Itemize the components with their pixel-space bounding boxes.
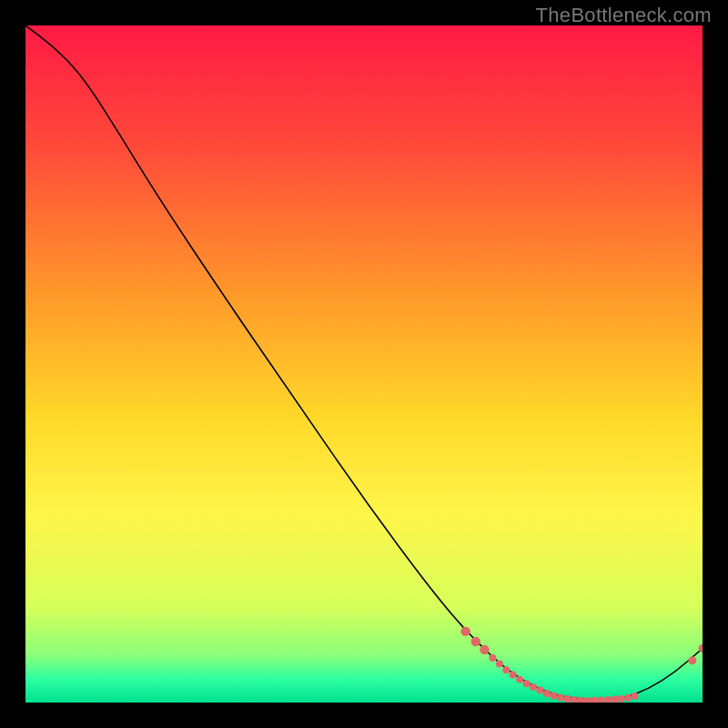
marker-dot xyxy=(489,654,496,662)
marker-dot xyxy=(618,695,625,703)
marker-dot xyxy=(516,676,523,683)
marker-dot xyxy=(530,683,537,691)
marker-dot xyxy=(510,671,517,678)
marker-dot xyxy=(502,666,510,673)
marker-dot xyxy=(632,693,639,700)
marker-dot xyxy=(543,690,551,697)
watermark-label: TheBottleneck.com xyxy=(536,4,712,27)
marker-dot xyxy=(523,680,531,687)
marker-dot xyxy=(496,661,503,668)
marker-dot xyxy=(536,687,543,694)
marker-dot xyxy=(557,693,564,701)
chart-background xyxy=(25,25,703,703)
marker-dot xyxy=(480,645,489,654)
marker-dot xyxy=(471,637,480,646)
marker-dot xyxy=(624,694,632,702)
marker-dot xyxy=(688,656,696,664)
chart-plot xyxy=(25,25,703,703)
marker-dot xyxy=(550,693,557,700)
marker-dot xyxy=(563,695,571,703)
stage: TheBottleneck.com xyxy=(0,0,728,728)
marker-dot xyxy=(460,627,470,636)
